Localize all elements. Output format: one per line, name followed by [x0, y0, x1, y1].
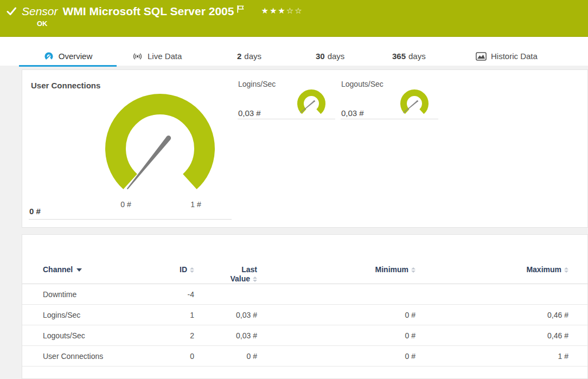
tab-30-days-label: days — [328, 52, 345, 61]
channel-name-cell: Logins/Sec — [22, 305, 152, 325]
logins-gauge — [296, 89, 328, 119]
tab-2-days-number: 2 — [237, 52, 241, 61]
sensor-type-label: Sensor — [22, 4, 58, 18]
table-row-logouts[interactable]: Logouts/Sec 2 0,03 # 0 # 0,46 # — [22, 325, 588, 346]
tab-historic-data[interactable]: Historic Data — [476, 47, 538, 66]
channel-maximum-cell: 1 # — [416, 346, 568, 367]
spacer-cell — [568, 325, 588, 346]
page-content: User Connections 0 # 1 # 0 # Logins/Sec … — [0, 66, 588, 379]
divider — [29, 219, 232, 220]
logins-gauge-title: Logins/Sec — [238, 80, 276, 88]
gauge-scale-min: 0 # — [115, 200, 137, 209]
spacer-cell — [568, 346, 588, 367]
primary-gauge-value: 0 # — [29, 207, 41, 216]
tab-overview[interactable]: Overview — [19, 47, 117, 66]
tab-live-data[interactable]: Live Data — [132, 47, 182, 66]
column-header-id[interactable]: ID — [152, 251, 194, 284]
primary-gauge-title: User Connections — [31, 81, 100, 90]
channel-header-label: Channel — [43, 265, 73, 274]
tab-2-days[interactable]: 2 days — [237, 47, 261, 66]
maximum-header-label: Maximum — [526, 265, 561, 274]
last-value-header-line1: Last — [194, 265, 257, 274]
tab-365-days[interactable]: 365 days — [392, 47, 426, 66]
logouts-gauge — [399, 89, 431, 119]
column-header-last-value[interactable]: Last Value — [194, 251, 257, 284]
logins-gauge-group: Logins/Sec 0,03 # — [238, 76, 335, 119]
overview-gauges-panel: User Connections 0 # 1 # 0 # Logins/Sec … — [22, 69, 588, 228]
channel-last-value-cell — [194, 284, 257, 305]
sensor-title: WMI Microsoft SQL Server 2005 — [63, 4, 234, 18]
channel-last-value-cell: 0,03 # — [194, 305, 257, 325]
sort-arrows-icon — [564, 267, 568, 273]
gauge-scale-max: 1 # — [185, 200, 207, 209]
channel-minimum-cell: 0 # — [257, 325, 416, 346]
sort-arrows-icon — [411, 267, 416, 273]
sort-arrows-icon — [253, 277, 257, 282]
table-row-user-connections[interactable]: User Connections 0 0 # 0 # 1 # — [22, 346, 588, 367]
spacer-cell — [568, 284, 588, 305]
sensor-header: Sensor WMI Microsoft SQL Server 2005 ★★★… — [0, 0, 588, 37]
sort-descending-icon — [76, 268, 82, 272]
tab-bar: Overview Live Data 2 days 30 days 365 da… — [0, 37, 588, 66]
logouts-gauge-value: 0,03 # — [341, 108, 364, 118]
logouts-gauge-group: Logouts/Sec 0,03 # — [341, 76, 438, 119]
last-value-header-line2: Value — [230, 274, 250, 284]
channels-table-panel: Channel ID Last Value — [22, 234, 588, 379]
channel-id-cell: 1 — [152, 305, 194, 325]
table-row-logins[interactable]: Logins/Sec 1 0,03 # 0 # 0,46 # — [22, 305, 588, 325]
tab-2-days-label: days — [244, 52, 261, 61]
channel-name-cell: Downtime — [22, 284, 152, 305]
channels-table: Channel ID Last Value — [22, 251, 588, 367]
channel-last-value-cell: 0 # — [194, 346, 257, 367]
channel-last-value-cell: 0,03 # — [194, 325, 257, 346]
minimum-header-label: Minimum — [375, 265, 408, 274]
id-header-label: ID — [180, 265, 187, 274]
tab-30-days-number: 30 — [316, 52, 325, 61]
tab-30-days[interactable]: 30 days — [316, 47, 344, 66]
logouts-gauge-title: Logouts/Sec — [341, 80, 384, 88]
logins-gauge-value: 0,03 # — [238, 108, 261, 118]
channel-minimum-cell: 0 # — [257, 346, 416, 367]
channel-maximum-cell: 0,46 # — [416, 325, 568, 346]
live-data-icon — [132, 51, 143, 62]
channel-id-cell: 2 — [152, 325, 194, 346]
column-header-minimum[interactable]: Minimum — [257, 251, 416, 284]
active-tab-underline — [19, 65, 117, 67]
spacer-cell — [568, 305, 588, 325]
status-ok-check-icon — [7, 7, 17, 18]
tab-historic-data-label: Historic Data — [491, 52, 538, 61]
flag-icon[interactable] — [237, 5, 245, 16]
channel-id-cell: 0 — [152, 346, 194, 367]
channel-maximum-cell: 0,46 # — [416, 305, 568, 325]
spacer-column — [568, 251, 588, 284]
user-connections-gauge — [104, 82, 245, 209]
tab-365-days-label: days — [408, 52, 426, 61]
status-badge: OK — [37, 20, 48, 28]
channel-minimum-cell: 0 # — [257, 305, 416, 325]
channel-name-cell: User Connections — [22, 346, 152, 367]
channel-minimum-cell — [257, 284, 416, 305]
tab-365-days-number: 365 — [392, 52, 406, 61]
channel-id-cell: -4 — [152, 284, 194, 305]
sort-arrows-icon — [190, 267, 194, 273]
table-row-downtime[interactable]: Downtime -4 — [22, 284, 588, 305]
tab-overview-label: Overview — [59, 52, 93, 61]
column-header-maximum[interactable]: Maximum — [416, 251, 568, 284]
table-header-row: Channel ID Last Value — [22, 251, 588, 284]
tab-live-data-label: Live Data — [148, 52, 182, 61]
priority-rating-stars[interactable]: ★★★☆☆ — [261, 6, 303, 16]
column-header-channel[interactable]: Channel — [22, 251, 152, 284]
channel-maximum-cell — [416, 284, 568, 305]
channel-name-cell: Logouts/Sec — [22, 325, 152, 346]
gauge-icon — [43, 51, 54, 61]
historic-chart-icon — [476, 52, 487, 61]
